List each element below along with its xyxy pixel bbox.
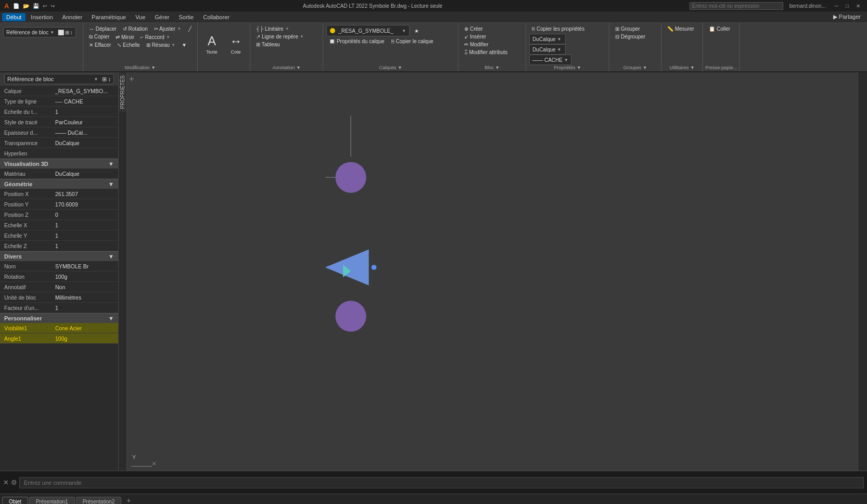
minimize-btn[interactable]: ─ bbox=[832, 3, 841, 9]
circle-bottom bbox=[335, 301, 366, 331]
tab-presentation2[interactable]: Présentation2 bbox=[76, 497, 122, 504]
btn-mesurer[interactable]: 📏 Mesurer bbox=[665, 25, 696, 33]
btn-copier-calque[interactable]: ⎘ Copier le calque bbox=[389, 37, 436, 45]
divers-header[interactable]: Divers ▼ bbox=[0, 251, 118, 261]
btn-rendre-courant[interactable]: ★ bbox=[412, 27, 422, 35]
cache-dropdown[interactable]: —— CACHE ▼ bbox=[529, 55, 571, 65]
props-row-transparence: Transparence DuCalque bbox=[0, 138, 118, 148]
visu3d-header[interactable]: Visualisation 3D ▼ bbox=[0, 159, 118, 169]
ech-x-value: 1 bbox=[52, 221, 118, 229]
props-panel-header: Référence de bloc ▼ ⊞ ↕ bbox=[0, 72, 118, 86]
btn-rotation[interactable]: ↺ Rotation bbox=[120, 25, 150, 33]
props-header-dropdown[interactable]: Référence de bloc ▼ ⊞ ↕ bbox=[4, 74, 114, 84]
proprietes-label: Propriétés ▼ bbox=[526, 65, 609, 70]
ribbon-group-groupes: ⊞ Grouper ⊟ Dégrouper Groupes ▼ bbox=[609, 23, 661, 71]
bloc-row2: ↙ Insérer bbox=[462, 33, 522, 41]
general-section: Calque _RESA_G_SYMBO... Type de ligne --… bbox=[0, 86, 118, 159]
side-properties-tab[interactable]: PROPRIÉTÉS bbox=[119, 72, 126, 112]
btn-copier-proprietes[interactable]: ⎘ Copier les propriétés bbox=[529, 25, 587, 33]
tab-objet[interactable]: Objet bbox=[2, 497, 28, 504]
btn-draw-line[interactable]: ╱ bbox=[186, 25, 194, 33]
icon-3[interactable]: ↕ bbox=[70, 30, 73, 35]
btn-inserer[interactable]: ↙ Insérer bbox=[462, 33, 489, 41]
couleur-dropdown[interactable]: DuCalque ▼ bbox=[529, 34, 566, 44]
menu-annoter[interactable]: Annoter bbox=[58, 13, 87, 21]
btn-effacer[interactable]: ✕ Effacer bbox=[86, 41, 113, 49]
btn-degrouper[interactable]: ⊟ Dégrouper bbox=[613, 33, 648, 41]
close-btn[interactable]: ✕ bbox=[853, 3, 863, 9]
geometrie-header[interactable]: Géométrie ▼ bbox=[0, 179, 118, 189]
btn-modifier-attributs[interactable]: Ξ Modifier attributs bbox=[462, 48, 510, 56]
btn-echelle[interactable]: ⤡ Echelle bbox=[114, 41, 143, 49]
ribbon-group-calques: _RESA_G_SYMBOLE_ ▼ ★ 🔲 Propriétés du cal… bbox=[323, 23, 458, 71]
qa-open[interactable]: 📂 bbox=[22, 3, 30, 9]
menu-insertion[interactable]: Insertion bbox=[27, 13, 57, 21]
btn-deplacer[interactable]: ↔ Déplacer bbox=[86, 25, 119, 33]
ech-z-label: Echelle Z bbox=[0, 242, 52, 250]
search-input[interactable] bbox=[690, 2, 783, 10]
cmd-close-btn[interactable]: ✕ bbox=[3, 479, 9, 486]
btn-modifier-bloc[interactable]: ✏ Modifier bbox=[462, 41, 491, 48]
transparence-value: DuCalque bbox=[52, 139, 118, 147]
type-ligne-dropdown[interactable]: DuCalque ▼ bbox=[529, 44, 566, 55]
calque-prop-value[interactable]: _RESA_G_SYMBO... bbox=[52, 87, 118, 95]
btn-copier[interactable]: ⧉ Copier bbox=[86, 33, 112, 41]
menu-sortie[interactable]: Sortie bbox=[174, 13, 198, 21]
btn-texte-large[interactable]: A Texte bbox=[201, 26, 223, 62]
menu-gerer[interactable]: Gérer bbox=[150, 13, 173, 21]
title-bar-left: A 📄 📂 💾 ↩ ↪ bbox=[4, 2, 56, 10]
btn-raccord[interactable]: ⌐ Raccord ▼ bbox=[138, 33, 173, 41]
visibilite-label: Visibilité1 bbox=[0, 324, 52, 332]
btn-reseau[interactable]: ⊞ Réseau ▼ bbox=[144, 41, 178, 49]
btn-miroir[interactable]: ⇌ Miroir bbox=[113, 33, 137, 41]
btn-coller[interactable]: 📋 Coller bbox=[706, 25, 733, 33]
visibilite-value[interactable]: Cone Acier bbox=[52, 324, 118, 332]
pos-x-value: 261.3507 bbox=[52, 190, 118, 198]
props-row-epaisseur: Epaisseur d... —— DuCal... bbox=[0, 127, 118, 138]
btn-proprietes-calque[interactable]: 🔲 Propriétés du calque bbox=[326, 37, 387, 45]
annotatif-value: Non bbox=[52, 283, 118, 291]
bloc-ref-dropdown[interactable]: Référence de bloc ▼ ⬜ ⊞ ↕ bbox=[3, 27, 76, 37]
qa-save[interactable]: 💾 bbox=[32, 3, 40, 9]
icon-2[interactable]: ⊞ bbox=[65, 30, 69, 35]
restore-btn[interactable]: □ bbox=[843, 3, 851, 9]
calque-name: _RESA_G_SYMBOLE_ bbox=[338, 28, 393, 34]
icon-1[interactable]: ⬜ bbox=[58, 30, 64, 35]
btn-creer[interactable]: ⊕ Créer bbox=[462, 25, 486, 33]
tab-add-btn[interactable]: + bbox=[122, 495, 135, 504]
proprietes-row4: —— CACHE ▼ bbox=[529, 55, 606, 65]
canvas-area[interactable]: + Y ✕ bbox=[127, 72, 858, 471]
qa-undo[interactable]: ↩ bbox=[42, 3, 48, 9]
divers-title: Divers bbox=[4, 253, 22, 260]
menu-vue[interactable]: Vue bbox=[131, 13, 149, 21]
props-row-type-ligne: Type de ligne ---- CACHE bbox=[0, 96, 118, 107]
props-row-ech-x: Echelle X 1 bbox=[0, 220, 118, 230]
menu-collaborer[interactable]: Collaborer bbox=[199, 13, 234, 21]
menu-parametrique[interactable]: Paramétrique bbox=[87, 13, 130, 21]
bloc-row4: Ξ Modifier attributs bbox=[462, 48, 522, 56]
angle1-value[interactable]: 100g bbox=[52, 334, 118, 343]
ribbon-group-proprietes: ⎘ Copier les propriétés DuCalque ▼ DuCal… bbox=[526, 23, 609, 71]
btn-ajuster[interactable]: ✂ Ajuster ▼ bbox=[151, 25, 184, 33]
cmd-settings-btn[interactable]: ⚙ bbox=[11, 479, 17, 486]
btn-tableau[interactable]: ⊞ Tableau bbox=[253, 41, 283, 48]
btn-more-mod[interactable]: ▼ bbox=[179, 41, 189, 49]
ribbon: Référence de bloc ▼ ⬜ ⊞ ↕ ↔ Déplacer ↺ R… bbox=[0, 23, 867, 72]
props-icon-2[interactable]: ↕ bbox=[108, 76, 111, 82]
qa-new[interactable]: 📄 bbox=[12, 3, 20, 9]
menu-partager[interactable]: ▶ Partager bbox=[829, 12, 865, 21]
btn-grouper[interactable]: ⊞ Grouper bbox=[613, 25, 642, 33]
command-input[interactable] bbox=[19, 477, 864, 488]
personnaliser-header[interactable]: Personnaliser ▼ bbox=[0, 313, 118, 323]
app-logo: A bbox=[4, 2, 9, 10]
btn-ligne-repere[interactable]: ↗ Ligne de repère ▼ bbox=[253, 33, 307, 41]
tab-presentation1[interactable]: Présentation1 bbox=[29, 497, 75, 504]
btn-lineaire[interactable]: ┤├ Linéaire ▼ bbox=[253, 25, 291, 33]
menu-debut[interactable]: Début bbox=[2, 13, 26, 21]
qa-redo[interactable]: ↪ bbox=[49, 3, 56, 9]
utilitaires-label: Utilitaires ▼ bbox=[661, 65, 703, 70]
props-icon-1[interactable]: ⊞ bbox=[102, 76, 107, 83]
calques-dropdown[interactable]: _RESA_G_SYMBOLE_ ▼ bbox=[326, 25, 410, 36]
pos-y-value: 170.6009 bbox=[52, 200, 118, 209]
btn-cote-large[interactable]: ↔ Cote bbox=[225, 26, 247, 62]
